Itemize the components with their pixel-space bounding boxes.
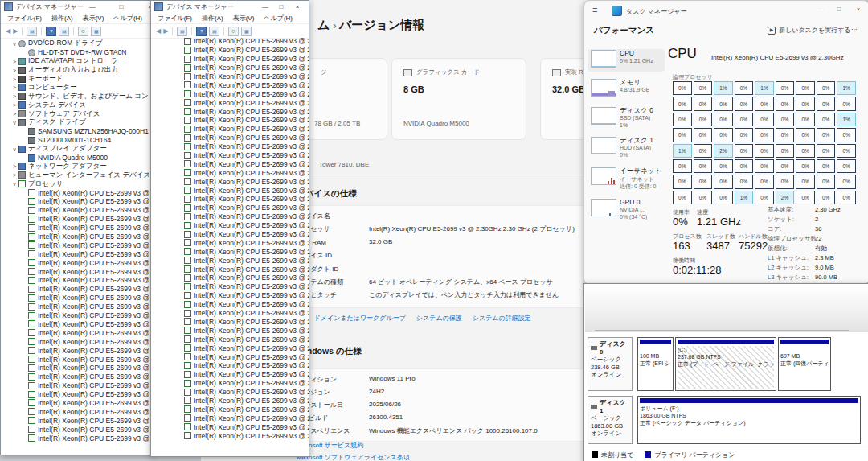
expander-icon[interactable]: > xyxy=(10,102,18,108)
expander-icon[interactable]: > xyxy=(10,93,18,99)
sidebar-item-gpu[interactable]: GPU 0 NVIDIA ... 0% (34 °C) xyxy=(588,198,665,227)
help-icon[interactable]: ? xyxy=(196,27,207,36)
menu-item[interactable]: ヘルプ(H) xyxy=(264,14,293,23)
tree-row-cpu[interactable]: Intel(R) Xeon(R) CPU E5-2699 v3 @ 2.30GH… xyxy=(1,276,154,285)
back-icon[interactable]: ◀ xyxy=(6,27,10,35)
tree-row[interactable]: > サウンド、ビデオ、およびゲーム コントローラー xyxy=(1,92,154,101)
tree-row[interactable]: v ディスク ドライブ xyxy=(1,118,154,127)
tree-row-cpu[interactable]: Intel(R) Xeon(R) CPU E5-2699 v3 @ 2.30GH… xyxy=(151,46,309,55)
tree-row-cpu[interactable]: Intel(R) Xeon(R) CPU E5-2699 v3 @ 2.30GH… xyxy=(151,414,309,422)
tree-row-cpu[interactable]: Intel(R) Xeon(R) CPU E5-2699 v3 @ 2.30GH… xyxy=(1,364,154,373)
menu-item[interactable]: 表示(V) xyxy=(233,14,255,23)
maximize-icon[interactable]: □ xyxy=(831,6,847,13)
menu-item[interactable]: ファイル(F) xyxy=(7,14,42,23)
expander-icon[interactable]: v xyxy=(10,181,18,187)
tree-row[interactable]: > コンピューター xyxy=(1,83,154,92)
related-link[interactable]: システムの詳細設定 xyxy=(473,314,531,323)
tree-row-cpu[interactable]: Intel(R) Xeon(R) CPU E5-2699 v3 @ 2.30GH… xyxy=(151,125,309,134)
help-icon[interactable]: ? xyxy=(46,27,56,36)
tree-row[interactable]: > キーボード xyxy=(1,75,154,84)
menu-item[interactable]: ヘルプ(H) xyxy=(113,14,142,23)
tree-row-cpu[interactable]: Intel(R) Xeon(R) CPU E5-2699 v3 @ 2.30GH… xyxy=(1,320,154,329)
sidebar-item-cpu[interactable]: CPU 0% 1.21 GHz xyxy=(588,49,665,72)
expander-icon[interactable]: > xyxy=(10,76,18,82)
tree-row-cpu[interactable]: Intel(R) Xeon(R) CPU E5-2699 v3 @ 2.30GH… xyxy=(151,107,309,116)
tree-row-cpu[interactable]: Intel(R) Xeon(R) CPU E5-2699 v3 @ 2.30GH… xyxy=(151,186,309,195)
tree-row[interactable]: > IDE ATA/ATAPI コントローラー xyxy=(1,57,154,66)
disk1-label-cell[interactable]: ディスク 1 ベーシック 1863.00 GB オンライン xyxy=(588,396,633,444)
tree-row-cpu[interactable]: Intel(R) Xeon(R) CPU E5-2699 v3 @ 2.30GH… xyxy=(1,267,154,276)
minimize-icon[interactable]: — xyxy=(84,3,100,10)
tree-row-cpu[interactable]: Intel(R) Xeon(R) CPU E5-2699 v3 @ 2.30GH… xyxy=(151,335,309,344)
sidebar-item-ethernet[interactable]: イーサネット イーサネット 送信: 0 受信: 0 xyxy=(588,167,665,196)
tree-row-cpu[interactable]: Intel(R) Xeon(R) CPU E5-2699 v3 @ 2.30GH… xyxy=(1,206,154,215)
tree-row-cpu[interactable]: Intel(R) Xeon(R) CPU E5-2699 v3 @ 2.30GH… xyxy=(1,337,154,346)
tree-row-cpu[interactable]: Intel(R) Xeon(R) CPU E5-2699 v3 @ 2.30GH… xyxy=(151,344,309,352)
tree-row-cpu[interactable]: Intel(R) Xeon(R) CPU E5-2699 v3 @ 2.30GH… xyxy=(151,352,309,361)
tree-row-cpu[interactable]: Intel(R) Xeon(R) CPU E5-2699 v3 @ 2.30GH… xyxy=(151,431,309,440)
tree-row-cpu[interactable]: Intel(R) Xeon(R) CPU E5-2699 v3 @ 2.30GH… xyxy=(1,416,154,425)
forward-icon[interactable]: ▶ xyxy=(163,27,168,35)
tree-row-cpu[interactable]: Intel(R) Xeon(R) CPU E5-2699 v3 @ 2.30GH… xyxy=(151,134,309,142)
tree-row[interactable]: SAMSUNG MZ7LN256HAJQ-000H1 xyxy=(1,127,154,136)
close-icon[interactable]: × xyxy=(289,3,305,10)
tree-row-cpu[interactable]: Intel(R) Xeon(R) CPU E5-2699 v3 @ 2.30GH… xyxy=(1,294,154,303)
tree-row-cpu[interactable]: Intel(R) Xeon(R) CPU E5-2699 v3 @ 2.30GH… xyxy=(151,361,309,370)
tree-row[interactable]: NVIDIA Quadro M5000 xyxy=(1,154,154,163)
tree-row-cpu[interactable]: Intel(R) Xeon(R) CPU E5-2699 v3 @ 2.30GH… xyxy=(151,89,309,98)
menu-item[interactable]: ファイル(F) xyxy=(158,14,192,23)
expander-icon[interactable]: > xyxy=(10,163,18,169)
tree-row-cpu[interactable]: Intel(R) Xeon(R) CPU E5-2699 v3 @ 2.30GH… xyxy=(1,390,154,399)
tree-row-cpu[interactable]: Intel(R) Xeon(R) CPU E5-2699 v3 @ 2.30GH… xyxy=(151,405,309,414)
tree-row-cpu[interactable]: Intel(R) Xeon(R) CPU E5-2699 v3 @ 2.30GH… xyxy=(1,258,154,267)
scan-hardware-icon[interactable]: ⟳ xyxy=(78,27,88,36)
tree-row-cpu[interactable]: Intel(R) Xeon(R) CPU E5-2699 v3 @ 2.30GH… xyxy=(1,215,154,224)
tree-row-cpu[interactable]: Intel(R) Xeon(R) CPU E5-2699 v3 @ 2.30GH… xyxy=(151,116,309,125)
tree-row-cpu[interactable]: Intel(R) Xeon(R) CPU E5-2699 v3 @ 2.30GH… xyxy=(151,221,309,230)
disk0-label-cell[interactable]: ディスク 0 ベーシック 238.46 GB オンライン xyxy=(588,337,633,391)
tree-row-cpu[interactable]: Intel(R) Xeon(R) CPU E5-2699 v3 @ 2.30GH… xyxy=(1,241,154,249)
tree-row-cpu[interactable]: Intel(R) Xeon(R) CPU E5-2699 v3 @ 2.30GH… xyxy=(151,204,309,212)
expander-icon[interactable]: > xyxy=(10,84,18,90)
related-link[interactable]: システムの保護 xyxy=(416,314,462,323)
list-view-icon[interactable]: ▤ xyxy=(27,27,37,36)
tree-row-cpu[interactable]: Intel(R) Xeon(R) CPU E5-2699 v3 @ 2.30GH… xyxy=(1,224,154,233)
tree-row-cpu[interactable]: Intel(R) Xeon(R) CPU E5-2699 v3 @ 2.30GH… xyxy=(151,422,309,431)
tree-row-cpu[interactable]: Intel(R) Xeon(R) CPU E5-2699 v3 @ 2.30GH… xyxy=(151,177,309,186)
tree-row-cpu[interactable]: Intel(R) Xeon(R) CPU E5-2699 v3 @ 2.30GH… xyxy=(151,370,309,379)
maximize-icon[interactable]: □ xyxy=(113,3,129,10)
tree-row-cpu[interactable]: Intel(R) Xeon(R) CPU E5-2699 v3 @ 2.30GH… xyxy=(1,328,154,337)
tree-row-cpu[interactable]: Intel(R) Xeon(R) CPU E5-2699 v3 @ 2.30GH… xyxy=(151,159,309,168)
sidebar-item-memory[interactable]: メモリ 4.8/31.9 GB xyxy=(588,78,665,101)
tree-row-cpu[interactable]: Intel(R) Xeon(R) CPU E5-2699 v3 @ 2.30GH… xyxy=(151,282,309,291)
splitter[interactable] xyxy=(595,330,849,331)
tree-row-cpu[interactable]: Intel(R) Xeon(R) CPU E5-2699 v3 @ 2.30GH… xyxy=(1,303,154,311)
minimize-icon[interactable]: — xyxy=(257,3,273,10)
partition-c[interactable]: (C:) 237.68 GB NTFS 正常 (ブート, ページ ファイル, ク… xyxy=(675,337,776,391)
tree-row-cpu[interactable]: Intel(R) Xeon(R) CPU E5-2699 v3 @ 2.30GH… xyxy=(1,399,154,408)
tree-row-cpu[interactable]: Intel(R) Xeon(R) CPU E5-2699 v3 @ 2.30GH… xyxy=(151,300,309,309)
tree-row-cpu[interactable]: Intel(R) Xeon(R) CPU E5-2699 v3 @ 2.30GH… xyxy=(151,151,309,160)
tree-row-cpu[interactable]: Intel(R) Xeon(R) CPU E5-2699 v3 @ 2.30GH… xyxy=(151,230,309,239)
ms-license-link[interactable]: Microsoft ソフトウェアライセンス条項 xyxy=(297,453,410,461)
computer-icon[interactable]: ▦ xyxy=(241,27,252,36)
tree-row[interactable]: ST2000DM001-1CH164 xyxy=(1,136,154,145)
tree-row-cpu[interactable]: Intel(R) Xeon(R) CPU E5-2699 v3 @ 2.30GH… xyxy=(151,80,309,89)
scan-hardware-icon[interactable]: ⟳ xyxy=(228,27,239,36)
expander-icon[interactable]: > xyxy=(10,172,18,178)
expander-icon[interactable]: v xyxy=(10,146,18,152)
tree-row-cpu[interactable]: Intel(R) Xeon(R) CPU E5-2699 v3 @ 2.30GH… xyxy=(151,98,309,107)
expander-icon[interactable]: > xyxy=(10,111,18,117)
tree-row-cpu[interactable]: Intel(R) Xeon(R) CPU E5-2699 v3 @ 2.30GH… xyxy=(1,407,154,416)
tree-row[interactable]: v ディスプレイ アダプター xyxy=(1,145,154,154)
partition-recovery[interactable]: 697 MB 正常 (回復パーティション) xyxy=(778,337,831,391)
tree-row-cpu[interactable]: Intel(R) Xeon(R) CPU E5-2699 v3 @ 2.30GH… xyxy=(1,434,154,442)
tree-row[interactable]: > ヒューマン インターフェイス デバイス xyxy=(1,171,154,179)
properties-icon[interactable]: ▤ xyxy=(59,27,69,36)
expander-icon[interactable]: v xyxy=(10,41,18,47)
tree-row-cpu[interactable]: Intel(R) Xeon(R) CPU E5-2699 v3 @ 2.30GH… xyxy=(151,291,309,300)
run-new-task-button[interactable]: ▶ 新しいタスクを実行する xyxy=(768,26,851,35)
tree-row-cpu[interactable]: Intel(R) Xeon(R) CPU E5-2699 v3 @ 2.30GH… xyxy=(151,64,309,72)
tree-row-cpu[interactable]: Intel(R) Xeon(R) CPU E5-2699 v3 @ 2.30GH… xyxy=(151,397,309,405)
tree-row[interactable]: > ソフトウェア デバイス xyxy=(1,109,154,118)
